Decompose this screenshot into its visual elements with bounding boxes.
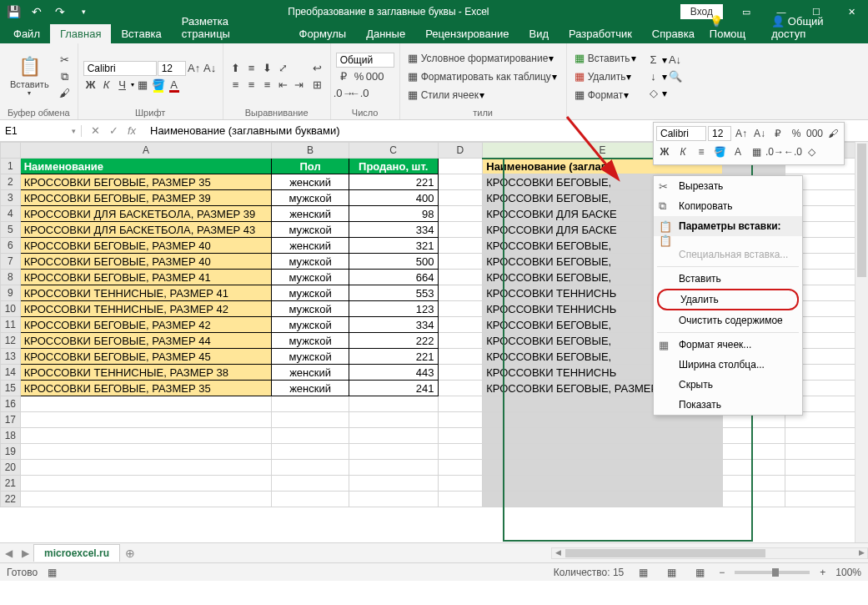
- insert-cells-button[interactable]: ▦Вставить▾: [572, 51, 636, 66]
- cell-D5[interactable]: [438, 222, 483, 238]
- row-header[interactable]: 22: [1, 492, 21, 507]
- cell-D1[interactable]: [438, 159, 483, 174]
- increase-font-icon[interactable]: A↑: [187, 61, 202, 76]
- comma-icon[interactable]: 000: [368, 69, 383, 84]
- tab-review[interactable]: Рецензирование: [415, 24, 519, 43]
- cell-C20[interactable]: [349, 460, 438, 476]
- cm-hide[interactable]: Скрыть: [654, 375, 802, 395]
- cell-A11[interactable]: КРОССОВКИ БЕГОВЫЕ, РАЗМЕР 42: [20, 317, 272, 333]
- cell-A3[interactable]: КРОССОВКИ БЕГОВЫЕ, РАЗМЕР 39: [20, 190, 272, 206]
- col-header-B[interactable]: B: [272, 143, 349, 159]
- cell-C21[interactable]: [349, 476, 438, 492]
- cell-B19[interactable]: [272, 444, 349, 460]
- orientation-icon[interactable]: ⤢: [276, 61, 291, 76]
- cell-C6[interactable]: 321: [349, 238, 438, 254]
- cell-D18[interactable]: [438, 428, 483, 444]
- cell-E22[interactable]: [483, 492, 723, 507]
- zoom-level[interactable]: 100%: [835, 567, 861, 578]
- row-header[interactable]: 7: [1, 254, 21, 270]
- delete-cells-button[interactable]: ▦Удалить▾: [572, 69, 636, 84]
- fill-icon[interactable]: ↓: [646, 69, 661, 84]
- cell-B4[interactable]: женский: [272, 206, 349, 222]
- qat-customize-icon[interactable]: ▾: [73, 2, 93, 22]
- tab-layout[interactable]: Разметка страницы: [172, 12, 289, 43]
- col-header-A[interactable]: A: [20, 143, 272, 159]
- cell-A14[interactable]: КРОССОВКИ ТЕННИСНЫЕ, РАЗМЕР 38: [20, 365, 272, 381]
- mini-format-painter-icon[interactable]: 🖌: [825, 125, 841, 142]
- cell-D9[interactable]: [438, 285, 483, 301]
- cell-C19[interactable]: [349, 444, 438, 460]
- row-header[interactable]: 20: [1, 460, 21, 476]
- col-header-C[interactable]: C: [349, 143, 438, 159]
- cell-C18[interactable]: [349, 428, 438, 444]
- row-header[interactable]: 8: [1, 270, 21, 285]
- cell-B14[interactable]: женский: [272, 365, 349, 381]
- align-middle-icon[interactable]: ≡: [244, 61, 259, 76]
- format-cells-button[interactable]: ▦Формат▾: [572, 88, 636, 103]
- cm-copy[interactable]: ⧉Копировать: [654, 196, 802, 216]
- row-header[interactable]: 18: [1, 428, 21, 444]
- mini-fill-color-icon[interactable]: 🪣: [711, 144, 728, 160]
- cell-A17[interactable]: [20, 412, 272, 428]
- cell-F18[interactable]: [722, 428, 785, 444]
- cell-B22[interactable]: [272, 492, 349, 507]
- tab-help[interactable]: Справка: [642, 24, 705, 43]
- cm-insert[interactable]: Вставить: [654, 269, 802, 289]
- tab-insert[interactable]: Вставка: [111, 24, 171, 43]
- cell-C8[interactable]: 664: [349, 270, 438, 285]
- autosum-icon[interactable]: Σ: [646, 53, 661, 68]
- cell-A7[interactable]: КРОССОВКИ БЕГОВЫЕ, РАЗМЕР 40: [20, 254, 272, 270]
- cut-icon[interactable]: ✂: [58, 53, 73, 68]
- cell-D13[interactable]: [438, 349, 483, 365]
- cell-A12[interactable]: КРОССОВКИ БЕГОВЫЕ, РАЗМЕР 44: [20, 333, 272, 349]
- enter-formula-icon[interactable]: ✓: [105, 124, 122, 137]
- vertical-scrollbar[interactable]: [855, 142, 868, 542]
- cm-delete[interactable]: Удалить: [657, 289, 799, 310]
- format-painter-icon[interactable]: 🖌: [58, 86, 73, 101]
- fx-icon[interactable]: fx: [123, 124, 140, 137]
- row-header[interactable]: 14: [1, 365, 21, 381]
- tab-view[interactable]: Вид: [519, 24, 559, 43]
- cell-B6[interactable]: женский: [272, 238, 349, 254]
- cell-C2[interactable]: 221: [349, 174, 438, 190]
- tab-home[interactable]: Главная: [50, 24, 111, 43]
- col-header-D[interactable]: D: [438, 143, 483, 159]
- align-right-icon[interactable]: ≡: [260, 78, 275, 93]
- undo-icon[interactable]: ↶: [27, 2, 47, 22]
- cell-B11[interactable]: мужской: [272, 317, 349, 333]
- cell-A16[interactable]: [20, 396, 272, 412]
- cell-C5[interactable]: 334: [349, 222, 438, 238]
- cell-B17[interactable]: [272, 412, 349, 428]
- row-header[interactable]: 15: [1, 381, 21, 396]
- mini-border-icon[interactable]: ▦: [748, 144, 765, 160]
- view-page-layout-icon[interactable]: ▦: [662, 567, 680, 578]
- cm-show[interactable]: Показать: [654, 395, 802, 415]
- cell-D12[interactable]: [438, 333, 483, 349]
- cell-D4[interactable]: [438, 206, 483, 222]
- tab-developer[interactable]: Разработчик: [559, 24, 642, 43]
- cell-D3[interactable]: [438, 190, 483, 206]
- find-icon[interactable]: 🔍: [668, 69, 683, 84]
- conditional-formatting-button[interactable]: ▦Условное форматирование▾: [405, 51, 557, 66]
- cm-format-cells[interactable]: ▦Формат ячеек...: [654, 335, 802, 355]
- sheet-nav-prev-icon[interactable]: ◀: [0, 547, 17, 559]
- cell-C7[interactable]: 500: [349, 254, 438, 270]
- font-name-select[interactable]: [83, 61, 157, 76]
- wrap-text-icon[interactable]: ↩: [310, 61, 325, 76]
- cell-D19[interactable]: [438, 444, 483, 460]
- row-header[interactable]: 3: [1, 190, 21, 206]
- cell-D22[interactable]: [438, 492, 483, 507]
- cm-column-width[interactable]: Ширина столбца...: [654, 355, 802, 375]
- cell-B18[interactable]: [272, 428, 349, 444]
- cell-B12[interactable]: мужской: [272, 333, 349, 349]
- italic-button[interactable]: К: [99, 78, 114, 93]
- mini-increase-font-icon[interactable]: A↑: [733, 125, 750, 142]
- redo-icon[interactable]: ↷: [50, 2, 70, 22]
- mini-percent-icon[interactable]: %: [788, 125, 805, 142]
- cell-E21[interactable]: [483, 476, 723, 492]
- cell-B15[interactable]: женский: [272, 381, 349, 396]
- align-top-icon[interactable]: ⬆: [228, 61, 243, 76]
- cell-C10[interactable]: 123: [349, 301, 438, 317]
- cell-F19[interactable]: [722, 444, 785, 460]
- cell-D16[interactable]: [438, 396, 483, 412]
